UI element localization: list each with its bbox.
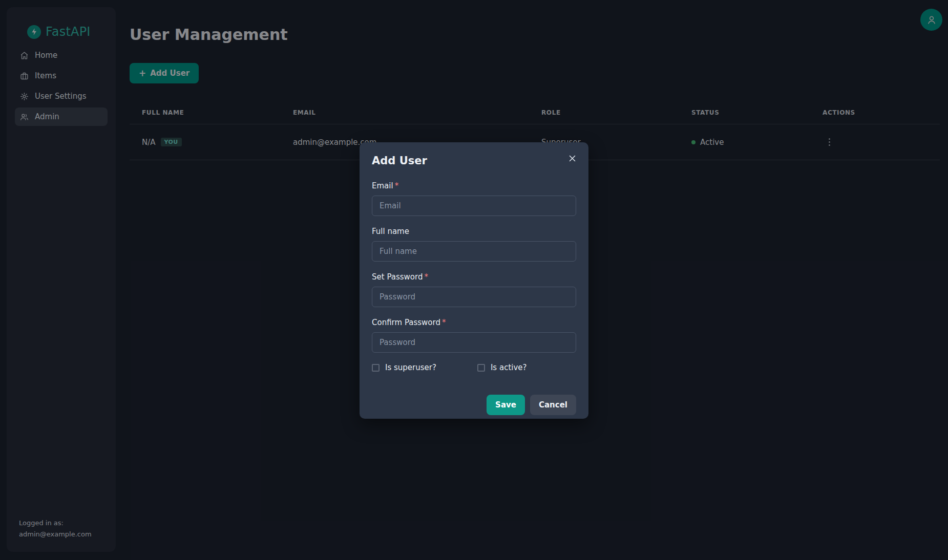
app-window: FastAPI Home Items User Settings (0, 0, 948, 560)
save-button[interactable]: Save (487, 395, 525, 415)
is-superuser-checkbox[interactable] (372, 364, 380, 372)
required-asterisk: * (395, 181, 399, 190)
modal-title: Add User (372, 153, 427, 167)
email-field-group: Email* (372, 181, 576, 216)
is-active-label: Is active? (491, 363, 527, 372)
required-asterisk: * (442, 318, 446, 327)
required-asterisk: * (424, 272, 428, 282)
email-field[interactable] (372, 196, 576, 216)
confirm-password-field-group: Confirm Password* (372, 318, 576, 353)
set-password-label: Set Password* (372, 272, 576, 282)
confirm-password-field[interactable] (372, 332, 576, 353)
confirm-password-label: Confirm Password* (372, 318, 576, 327)
is-active-checkbox-group: Is active? (477, 363, 527, 372)
modal-footer: Save Cancel (372, 395, 576, 415)
set-password-field-group: Set Password* (372, 272, 576, 307)
cancel-button[interactable]: Cancel (530, 395, 576, 415)
add-user-modal: Add User Email* Full name Set Password* (360, 142, 588, 419)
full-name-field[interactable] (372, 241, 576, 262)
set-password-field[interactable] (372, 287, 576, 307)
is-superuser-label: Is superuser? (385, 363, 436, 372)
full-name-field-group: Full name (372, 227, 576, 262)
close-icon[interactable] (565, 152, 579, 165)
is-superuser-checkbox-group: Is superuser? (372, 363, 436, 372)
full-name-label: Full name (372, 227, 576, 236)
email-label: Email* (372, 181, 576, 190)
is-active-checkbox[interactable] (477, 364, 485, 372)
checkbox-row: Is superuser? Is active? (372, 363, 576, 372)
